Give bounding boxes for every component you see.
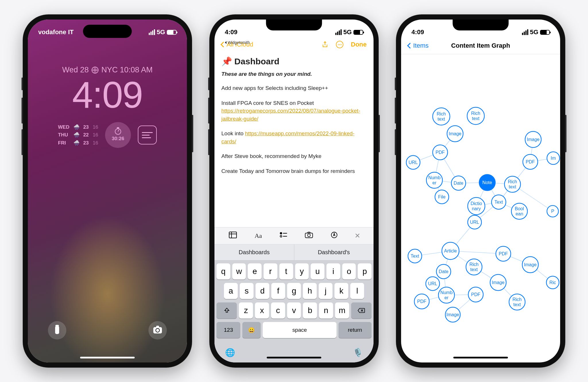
svg-text:Image: Image (446, 312, 459, 317)
key-m[interactable]: m (335, 302, 349, 319)
graph-node[interactable]: Richtext (433, 108, 450, 125)
graph-node[interactable]: Richtext (467, 107, 484, 125)
svg-text:ean: ean (516, 211, 523, 216)
checklist-button[interactable] (278, 231, 289, 240)
key-b[interactable]: b (303, 302, 317, 319)
shift-key[interactable] (216, 302, 237, 319)
graph-node[interactable]: URL (406, 156, 420, 169)
key-y[interactable]: y (295, 263, 309, 279)
graph-node[interactable]: PDF (433, 145, 448, 160)
camera-button[interactable] (304, 231, 314, 240)
suggestion[interactable]: Dashboard's (294, 244, 374, 260)
graph-node[interactable]: Note (479, 175, 495, 191)
table-button[interactable] (228, 231, 238, 240)
graph-node[interactable]: Text (408, 249, 422, 263)
graph-node[interactable]: File (435, 190, 449, 204)
camera-icon (153, 327, 162, 333)
key-q[interactable]: q (216, 263, 230, 279)
key-o[interactable]: o (342, 263, 356, 279)
graph-node[interactable]: Ric (546, 276, 559, 289)
graph-node[interactable]: Image (447, 126, 463, 142)
markup-button[interactable] (329, 231, 339, 240)
link[interactable]: https://retrogamecorps.com/2022/08/07/an… (221, 108, 360, 122)
key-d[interactable]: d (256, 283, 269, 299)
weather-widget[interactable]: WED🌧️2316 THU🌧️2216 FRI🌧️2316 (58, 123, 98, 147)
backspace-key[interactable] (351, 302, 372, 319)
battery-icon (167, 30, 177, 35)
svg-text:Text: Text (494, 200, 503, 204)
graph-canvas[interactable]: RichtextRichtextImageImagePDFURLPDFImNum… (401, 54, 560, 362)
notes-widget[interactable] (138, 126, 157, 144)
graph-node[interactable]: Text (492, 195, 506, 209)
emoji-key[interactable]: 😀 (242, 322, 261, 338)
key-j[interactable]: j (319, 283, 332, 299)
text-style-button[interactable]: Aa (253, 232, 263, 240)
home-indicator[interactable] (80, 357, 135, 358)
key-s[interactable]: s (240, 283, 254, 299)
graph-node[interactable]: Im (547, 152, 560, 165)
graph-node[interactable]: Date (436, 265, 451, 279)
graph-node[interactable]: Number (438, 287, 454, 303)
key-n[interactable]: n (319, 302, 333, 319)
key-w[interactable]: w (232, 263, 246, 279)
key-v[interactable]: v (287, 302, 301, 319)
key-h[interactable]: h (303, 283, 317, 299)
camera-button[interactable] (148, 321, 167, 339)
back-button[interactable]: Items (408, 42, 429, 49)
key-k[interactable]: k (334, 283, 348, 299)
back-to-app[interactable]: Widgetsmith (225, 40, 250, 45)
key-r[interactable]: r (264, 263, 277, 279)
graph-node[interactable]: Richtext (509, 294, 525, 310)
graph-node[interactable]: Image (445, 307, 460, 322)
svg-text:Rich: Rich (437, 111, 446, 116)
graph-node[interactable]: Number (426, 172, 442, 188)
graph-node[interactable]: Dictionary (468, 198, 485, 215)
graph-node[interactable]: P (547, 206, 558, 217)
graph-node[interactable]: PDF (468, 287, 483, 302)
svg-text:Image: Image (492, 280, 505, 285)
home-indicator[interactable] (267, 357, 321, 358)
graph-node[interactable]: PDF (523, 155, 538, 169)
key-t[interactable]: t (279, 263, 293, 279)
graph-node[interactable]: Boolean (511, 203, 527, 219)
key-f[interactable]: f (271, 283, 285, 299)
dictation-button[interactable]: 🎙️ (353, 348, 363, 357)
graph-node[interactable]: URL (426, 277, 440, 291)
key-a[interactable]: a (224, 283, 238, 299)
home-indicator[interactable] (453, 357, 508, 358)
svg-point-1 (280, 232, 282, 234)
flashlight-button[interactable] (48, 321, 66, 339)
graph-node[interactable]: PDF (496, 246, 511, 261)
key-i[interactable]: i (326, 263, 340, 279)
svg-text:PDF: PDF (526, 159, 535, 164)
numbers-key[interactable]: 123 (216, 322, 240, 338)
key-c[interactable]: c (271, 302, 285, 319)
more-button[interactable] (336, 41, 343, 48)
key-g[interactable]: g (287, 283, 301, 299)
graph-node[interactable]: Image (522, 257, 538, 273)
graph-node[interactable]: URL (468, 215, 481, 229)
done-button[interactable]: Done (351, 41, 367, 48)
timer-widget[interactable]: 30:26 (105, 122, 131, 148)
graph-node[interactable]: Richtext (466, 259, 482, 275)
key-x[interactable]: x (255, 302, 269, 319)
note-editor[interactable]: 📌 Dashboard These are the things on your… (214, 52, 374, 227)
graph-node[interactable]: Article (442, 242, 459, 260)
graph-node[interactable]: Richtext (504, 176, 521, 192)
space-key[interactable]: space (263, 322, 336, 338)
graph-node[interactable]: Date (451, 176, 466, 190)
suggestion[interactable]: Dashboards (214, 244, 294, 260)
globe-keyboard-button[interactable]: 🌐 (225, 348, 235, 357)
key-p[interactable]: p (358, 263, 372, 279)
key-u[interactable]: u (311, 263, 324, 279)
key-z[interactable]: z (239, 302, 253, 319)
key-l[interactable]: l (350, 283, 364, 299)
return-key[interactable]: return (339, 322, 372, 338)
graph-node[interactable]: Image (525, 132, 541, 148)
key-e[interactable]: e (248, 263, 262, 279)
close-formatting-button[interactable]: ✕ (355, 232, 360, 240)
share-button[interactable] (322, 41, 328, 48)
graph-node[interactable]: PDF (414, 294, 429, 309)
svg-text:Numb: Numb (440, 290, 453, 295)
graph-node[interactable]: Image (490, 275, 506, 291)
